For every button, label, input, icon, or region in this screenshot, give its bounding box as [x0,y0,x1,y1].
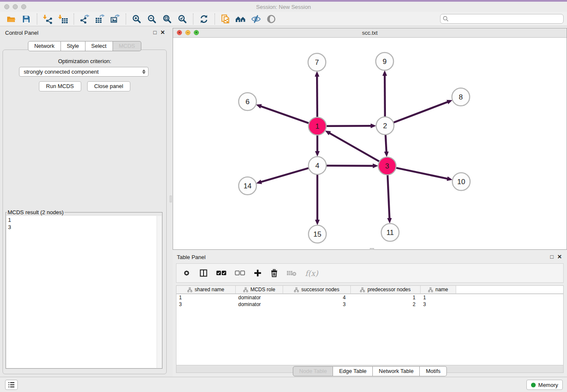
graph-edge-1-2[interactable] [326,126,372,126]
first-neighbors-button[interactable] [233,13,248,25]
column-header-successor-nodes[interactable]: successor nodes [283,286,351,293]
tab-network[interactable]: Network [28,41,61,51]
graph-edge-3-1[interactable] [329,133,380,162]
tab-network-table[interactable]: Network Table [373,366,420,376]
network-window-titlebar[interactable]: × − + scc.txt [173,28,567,38]
table-cell[interactable]: 3 [283,301,351,307]
tab-mcds[interactable]: MCDS [113,41,141,51]
graph-edge-3-10[interactable] [396,168,448,179]
column-header-predecessor-nodes[interactable]: predecessor nodes [351,286,421,293]
graph-edge-1-7[interactable] [317,76,317,117]
node-table: shared nameMCDS rolesuccessor nodesprede… [176,285,564,365]
optimization-criterion-select[interactable]: strongly connected component [19,67,149,77]
birds-eye-view-button[interactable] [264,13,279,25]
zoom-selected-button[interactable] [175,13,190,25]
show-column-button[interactable] [199,269,208,277]
toolbar-search[interactable] [440,14,564,24]
graph-edge-2-8[interactable] [394,102,448,122]
export-table-button[interactable] [92,13,107,25]
result-scrollbar[interactable] [157,216,162,368]
chevron-up-down-icon [142,69,146,74]
float-table-panel-icon[interactable]: □ [550,254,553,260]
graph-edge-1-6[interactable] [260,106,309,123]
zoom-out-button[interactable] [144,13,160,25]
task-history-button[interactable] [5,380,18,390]
toolbar-separator [74,14,74,25]
graph-edge-4-3[interactable] [326,166,374,166]
zoom-in-button[interactable] [129,13,144,25]
table-cell[interactable]: 1 [351,295,421,301]
export-image-button[interactable] [107,13,123,25]
tab-motifs[interactable]: Motifs [420,366,447,376]
float-panel-icon[interactable]: □ [153,29,157,36]
delete-table-button[interactable] [286,270,297,276]
table-cell[interactable]: 1 [421,295,456,301]
double-home-icon [235,14,246,24]
graph-edge-3-11[interactable] [388,175,390,219]
unselect-all-button[interactable] [235,270,245,276]
graph-node-label-1: 1 [315,122,319,130]
close-panel-button[interactable]: Close panel [87,81,131,91]
tab-edge-table[interactable]: Edge Table [333,366,373,376]
tab-select[interactable]: Select [85,41,113,51]
graph-node-label-2: 2 [383,122,387,130]
close-table-panel-icon[interactable]: ✕ [557,254,562,260]
table-cell[interactable]: 3 [421,301,456,307]
export-network-icon [80,14,90,24]
clone-network-button[interactable] [218,13,233,25]
table-row[interactable]: 3dominator323 [176,301,563,308]
window-resize-handle[interactable] [370,248,374,250]
birds-eye-icon [266,14,276,24]
table-settings-button[interactable] [182,269,191,277]
close-panel-icon[interactable]: ✕ [160,29,165,36]
graph-node-label-15: 15 [314,230,322,238]
memory-button[interactable]: Memory [526,380,563,390]
tab-style[interactable]: Style [61,41,85,51]
network-canvas[interactable]: 7968124314101511 [173,38,567,250]
memory-status-icon [531,383,536,387]
import-network-button[interactable] [40,13,55,25]
table-cell[interactable]: dominator [236,301,283,307]
fit-content-button[interactable] [160,13,175,25]
mcds-result-text[interactable]: 1 3 [6,216,162,368]
search-icon [443,16,449,22]
eye-slash-icon [251,14,261,24]
add-row-button[interactable] [253,269,262,277]
main-toolbar [0,12,567,26]
column-header-shared-name[interactable]: shared name [176,286,236,293]
toolbar-separator [193,14,193,25]
graph-edge-2-3[interactable] [385,135,386,152]
panel-splitter[interactable] [169,26,173,377]
table-row[interactable]: 1dominator411 [176,294,563,301]
refresh-layout-button[interactable] [196,13,212,25]
delete-row-button[interactable] [270,269,278,277]
table-cell[interactable]: 4 [283,295,351,301]
open-session-button[interactable] [3,13,19,25]
table-cell[interactable]: dominator [236,295,283,301]
import-table-button[interactable] [55,13,71,25]
graph-edge-4-14[interactable] [261,168,309,182]
zoom-selected-icon [177,14,187,24]
column-header-MCDS-role[interactable]: MCDS role [236,286,283,293]
column-type-icon [294,287,299,292]
toolbar-separator [215,14,215,25]
network-window-title: scc.txt [173,30,567,36]
tab-node-table[interactable]: Node Table [293,366,333,376]
save-session-button[interactable] [19,13,34,25]
graph-node-label-9: 9 [383,58,386,66]
table-cell[interactable]: 3 [176,301,236,307]
export-network-button[interactable] [77,13,92,25]
select-all-button[interactable] [216,270,226,276]
table-cell[interactable]: 1 [176,295,236,301]
trash-icon [270,269,278,277]
run-mcds-button[interactable]: Run MCDS [39,81,81,91]
graph-edge-2-9[interactable] [385,75,385,117]
delete-table-icon [286,270,297,276]
graph-node-label-4: 4 [315,162,319,170]
function-builder-button[interactable]: f(x) [305,269,318,278]
show-hide-graphics-details-button[interactable] [248,13,264,25]
splitter-grip[interactable] [170,196,172,202]
search-input[interactable] [451,16,563,22]
column-header-name[interactable]: name [421,286,456,293]
table-cell[interactable]: 2 [351,301,421,307]
